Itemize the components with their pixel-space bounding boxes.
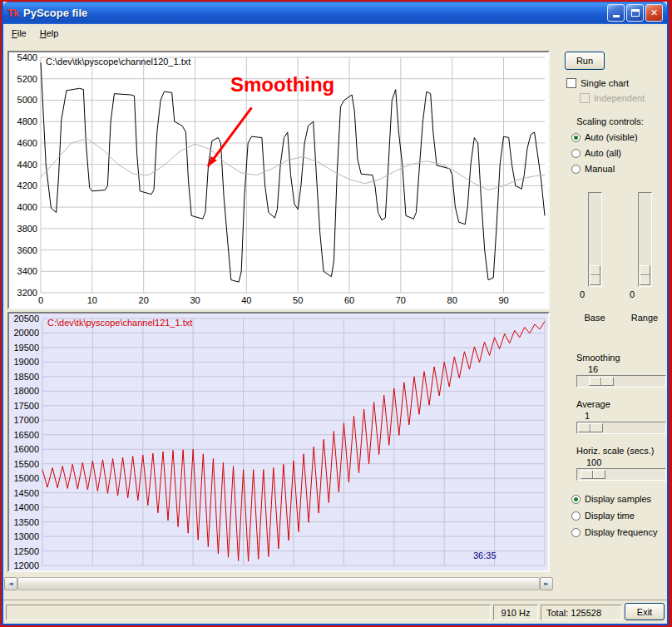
radio-icon[interactable] xyxy=(571,149,581,158)
svg-text:10: 10 xyxy=(87,295,97,305)
svg-text:80: 80 xyxy=(447,295,457,305)
svg-text:90: 90 xyxy=(498,295,508,305)
checkbox-icon[interactable] xyxy=(566,78,576,88)
smoothing-control: Smoothing 16 xyxy=(576,353,667,388)
svg-text:18500: 18500 xyxy=(13,372,39,382)
svg-text:5200: 5200 xyxy=(17,74,37,84)
base-slider-thumb[interactable] xyxy=(590,265,600,285)
horiz-scale-label: Horiz. scale (secs.) xyxy=(576,446,667,456)
svg-text:12000: 12000 xyxy=(13,560,39,570)
tk-app-icon: Tk xyxy=(7,7,19,19)
scroll-left-button[interactable]: ◄ xyxy=(4,577,17,590)
bottom-chart-canvas: 1200012500130001350014000145001500015500… xyxy=(9,314,548,570)
base-slider[interactable] xyxy=(588,192,602,287)
close-button[interactable]: ✕ xyxy=(645,4,663,22)
scrollbar-track[interactable] xyxy=(17,577,540,590)
radio-icon[interactable] xyxy=(571,133,581,142)
svg-text:16000: 16000 xyxy=(13,444,39,454)
svg-text:5000: 5000 xyxy=(17,95,37,105)
pyscope-window: Tk PyScope file ✕ FileHelp 0102030405060… xyxy=(2,2,669,625)
svg-text:5400: 5400 xyxy=(17,52,37,62)
maximize-button[interactable] xyxy=(626,4,644,22)
single-chart-checkbox[interactable]: Single chart xyxy=(566,78,667,88)
menu-help[interactable]: Help xyxy=(33,26,66,41)
exit-button[interactable]: Exit xyxy=(625,603,665,620)
range-slider[interactable] xyxy=(638,192,652,287)
svg-text:3800: 3800 xyxy=(17,224,37,234)
status-bar: 910 Hz Total: 125528 Exit xyxy=(3,600,667,624)
svg-text:20: 20 xyxy=(139,295,149,305)
svg-text:16500: 16500 xyxy=(13,430,39,440)
independent-label: Independent xyxy=(594,93,645,103)
range-slider-thumb[interactable] xyxy=(640,265,650,285)
smoothing-slider[interactable] xyxy=(576,375,666,388)
checkbox-icon xyxy=(580,93,590,103)
svg-text:13500: 13500 xyxy=(13,517,39,527)
svg-text:C:\dev\tk\pyscope\channel121_1: C:\dev\tk\pyscope\channel121_1.txt xyxy=(47,318,192,328)
radio-label: Auto (all) xyxy=(585,148,621,158)
average-slider[interactable] xyxy=(576,422,666,434)
average-value: 1 xyxy=(585,411,667,421)
svg-text:4800: 4800 xyxy=(17,116,37,126)
titlebar[interactable]: Tk PyScope file ✕ xyxy=(3,2,667,24)
menu-bar: FileHelp xyxy=(3,24,667,42)
svg-text:17500: 17500 xyxy=(13,401,39,411)
radio-manual[interactable]: Manual xyxy=(571,164,667,174)
svg-text:4600: 4600 xyxy=(17,138,37,148)
radio-auto-all[interactable]: Auto (all) xyxy=(571,148,667,158)
range-slider-group: 0 Range xyxy=(628,192,661,323)
svg-text:40: 40 xyxy=(241,295,251,305)
radio-icon[interactable] xyxy=(571,495,581,504)
horiz-scale-slider[interactable] xyxy=(576,468,666,481)
radio-icon[interactable] xyxy=(571,511,581,521)
average-slider-thumb[interactable] xyxy=(578,423,603,432)
radio-auto-visible[interactable]: Auto (visible) xyxy=(571,132,667,142)
radio-icon[interactable] xyxy=(571,528,581,537)
minimize-button[interactable] xyxy=(607,4,625,22)
svg-text:0: 0 xyxy=(38,295,43,305)
close-icon: ✕ xyxy=(650,7,658,18)
svg-text:4000: 4000 xyxy=(17,202,37,212)
smoothing-slider-thumb[interactable] xyxy=(589,377,614,386)
horiz-scale-value: 100 xyxy=(586,457,667,467)
status-hz: 910 Hz xyxy=(493,605,538,620)
titlebar-buttons: ✕ xyxy=(607,4,663,22)
horiz-scale-control: Horiz. scale (secs.) 100 xyxy=(576,446,667,481)
scrollbar-thumb[interactable] xyxy=(17,577,540,590)
base-value: 0 xyxy=(580,289,585,299)
svg-text:3600: 3600 xyxy=(17,245,37,255)
menu-file[interactable]: File xyxy=(5,26,33,41)
radio-display-frequency[interactable]: Display frequency xyxy=(571,527,667,537)
minimize-icon xyxy=(613,15,620,17)
svg-text:30: 30 xyxy=(190,295,200,305)
scaling-controls-label: Scaling controls: xyxy=(553,116,667,126)
smoothing-value: 16 xyxy=(588,364,667,374)
window-title: PyScope file xyxy=(23,7,87,19)
radio-icon[interactable] xyxy=(571,165,581,174)
svg-text:17000: 17000 xyxy=(13,415,39,425)
svg-text:3200: 3200 xyxy=(17,288,37,298)
svg-text:Smoothing: Smoothing xyxy=(230,73,334,96)
radio-label: Manual xyxy=(585,164,615,174)
radio-display-time[interactable]: Display time xyxy=(571,511,667,521)
horiz-scale-slider-thumb[interactable] xyxy=(581,470,605,479)
horizontal-scrollbar[interactable]: ◄ ► xyxy=(4,577,553,590)
svg-text:C:\dev\tk\pyscope\channel120_1: C:\dev\tk\pyscope\channel120_1.txt xyxy=(46,57,190,67)
svg-text:20000: 20000 xyxy=(13,328,39,338)
range-value: 0 xyxy=(630,289,635,299)
svg-text:36:35: 36:35 xyxy=(473,550,497,560)
svg-text:15500: 15500 xyxy=(13,459,39,469)
svg-text:19000: 19000 xyxy=(13,357,39,367)
svg-text:50: 50 xyxy=(293,295,303,305)
svg-text:18000: 18000 xyxy=(13,386,39,396)
smoothing-label: Smoothing xyxy=(576,353,667,363)
status-message-cell xyxy=(6,605,491,620)
svg-text:14000: 14000 xyxy=(13,502,39,512)
svg-text:70: 70 xyxy=(396,295,406,305)
svg-text:15000: 15000 xyxy=(13,473,39,483)
single-chart-label: Single chart xyxy=(581,78,629,88)
svg-text:4400: 4400 xyxy=(17,160,37,170)
scroll-right-button[interactable]: ► xyxy=(540,577,553,590)
radio-display-samples[interactable]: Display samples xyxy=(571,494,667,504)
run-button[interactable]: Run xyxy=(565,52,605,70)
